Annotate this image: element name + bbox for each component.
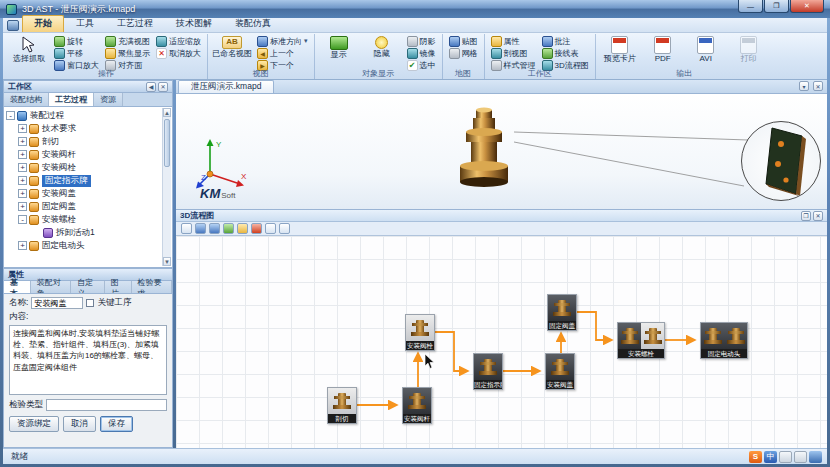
expander-icon[interactable]: + — [18, 202, 27, 211]
expander-icon[interactable]: + — [18, 189, 27, 198]
close-button[interactable]: ✕ — [790, 0, 824, 13]
maximize-button[interactable]: ❐ — [764, 0, 789, 13]
standard-orientation-button[interactable]: 标准方向▾ — [255, 35, 310, 47]
sogou-input-icon[interactable]: S — [749, 451, 762, 463]
key-process-checkbox[interactable] — [86, 299, 94, 307]
expander-icon[interactable]: - — [6, 111, 15, 120]
fit-zoom-button[interactable]: 适应缩放 — [154, 35, 203, 47]
expander-icon[interactable]: + — [18, 163, 27, 172]
tab-resources[interactable]: 资源 — [94, 93, 123, 106]
close-panel-icon[interactable]: ✕ — [158, 82, 168, 92]
wiring-table-button[interactable]: 接线表 — [540, 47, 591, 59]
annotation-button[interactable]: 批注 — [540, 35, 591, 47]
select-tool-icon[interactable] — [181, 223, 192, 234]
tree-item[interactable]: +技术要求 — [6, 122, 162, 135]
tree-item[interactable]: +剖切 — [6, 135, 162, 148]
previous-view-button[interactable]: ◀上一个 — [255, 47, 310, 59]
export-image-icon[interactable] — [237, 223, 248, 234]
scroll-down-icon[interactable]: ▼ — [163, 257, 171, 266]
pan-button[interactable]: 平移 — [52, 47, 101, 59]
collapse-panel-icon[interactable]: ◀ — [146, 82, 156, 92]
tab-process-tree[interactable]: 工艺过程 — [49, 93, 94, 106]
expander-icon[interactable]: + — [18, 241, 27, 250]
flowchart-node[interactable]: 固定电动头 — [700, 322, 748, 359]
select-grab-button[interactable]: 选择抓取 — [9, 35, 49, 64]
named-views-button[interactable]: AB 已命名视图 — [212, 35, 252, 59]
flowchart-node[interactable]: 安装阀栓 — [405, 314, 435, 351]
expander-icon[interactable]: + — [18, 137, 27, 146]
tree-item[interactable]: +固定阀盖 — [6, 200, 162, 213]
group-label-object-display: 对象显示 — [315, 68, 442, 79]
delete-node-icon[interactable] — [251, 223, 262, 234]
name-input[interactable] — [31, 297, 83, 309]
fill-view-button[interactable]: 充满视图 — [103, 35, 152, 47]
inspection-type-input[interactable] — [46, 399, 167, 411]
3d-viewport[interactable]: Y X Z KMSoft — [176, 94, 827, 210]
flowchart-node[interactable]: 固定阀盖 — [547, 294, 577, 331]
language-icon[interactable]: 中 — [764, 451, 777, 463]
flowchart-canvas[interactable]: 剖切 安装阀杆 安装阀栓 固定指示牌 安装阀盖 固定阀盖 安装螺栓 固定电动头 — [176, 236, 827, 448]
tab-technical-illustration[interactable]: 技术图解 — [165, 16, 223, 32]
expander-icon[interactable]: + — [18, 150, 27, 159]
keyboard-icon[interactable] — [779, 451, 792, 463]
focus-display-button[interactable]: 聚焦显示 — [103, 47, 152, 59]
valve-3d-model[interactable] — [452, 107, 516, 197]
close-flowchart-icon[interactable]: ✕ — [813, 211, 823, 221]
section-view-button[interactable]: 剖视图 — [489, 47, 538, 59]
flowchart-node[interactable]: 安装螺栓 — [617, 322, 665, 359]
flowchart-node[interactable]: 安装阀盖 — [545, 353, 575, 390]
tab-process[interactable]: 工艺过程 — [106, 16, 164, 32]
tab-assembly-simulation[interactable]: 装配仿真 — [224, 16, 282, 32]
flowchart-node[interactable]: 剖切 — [327, 387, 357, 424]
grid-button[interactable]: 网格 — [447, 47, 480, 59]
scroll-up-icon[interactable]: ▲ — [163, 108, 171, 117]
tab-tools[interactable]: 工具 — [65, 16, 105, 32]
preview-card-button[interactable]: 预览卡片 — [600, 35, 640, 64]
minimize-button[interactable]: — — [738, 0, 763, 13]
expander-icon[interactable]: + — [18, 124, 27, 133]
expander-icon[interactable]: - — [18, 215, 27, 224]
zoom-in-icon[interactable] — [195, 223, 206, 234]
document-tab[interactable]: 泄压阀演示.kmapd — [178, 80, 274, 93]
content-textarea[interactable]: 连接阀盖和阀体时,安装填料垫适当铺好螺栓、垫紧、指针组件、填料压(3)、加紧填料… — [9, 325, 167, 395]
tree-item-selected[interactable]: +固定指示牌 — [6, 174, 162, 187]
cancel-button[interactable]: 取消 — [63, 416, 96, 432]
pan-tool-icon[interactable] — [265, 223, 276, 234]
pdf-button[interactable]: PDF — [643, 35, 683, 64]
close-document-icon[interactable]: ✕ — [813, 81, 823, 91]
tab-list-icon[interactable]: ▾ — [799, 81, 809, 91]
hide-button[interactable]: 隐藏 — [362, 35, 402, 59]
toolbox-icon[interactable] — [794, 451, 807, 463]
expander-icon[interactable]: + — [18, 176, 27, 185]
print-button[interactable]: 打印 — [729, 35, 769, 64]
scrollbar-thumb[interactable] — [164, 119, 170, 167]
properties-button[interactable]: 属性 — [489, 35, 538, 47]
tree-item[interactable]: +安装阀盖 — [6, 187, 162, 200]
mirror-button[interactable]: 镜像 — [405, 47, 438, 59]
restore-panel-icon[interactable]: ❐ — [801, 211, 811, 221]
fit-view-icon[interactable] — [223, 223, 234, 234]
resource-bind-button[interactable]: 资源绑定 — [9, 416, 59, 432]
shadow-button[interactable]: 阴影 — [405, 35, 438, 47]
save-button[interactable]: 保存 — [100, 416, 133, 432]
app-menu-icon[interactable] — [7, 20, 19, 31]
tree-scrollbar[interactable]: ▲ ▼ — [162, 108, 171, 266]
flowchart-node[interactable]: 固定指示牌 — [473, 353, 503, 390]
tree-item[interactable]: +固定电动头 — [6, 239, 162, 252]
tab-start[interactable]: 开始 — [22, 15, 64, 32]
tab-assembly-structure[interactable]: 装配结构 — [4, 93, 49, 106]
cancel-zoom-button[interactable]: ✕取消放大 — [154, 47, 203, 59]
rotate-button[interactable]: 旋转 — [52, 35, 101, 47]
tree-item[interactable]: -安装螺栓 — [6, 213, 162, 226]
tree-item[interactable]: 拆卸活动1 — [6, 226, 162, 239]
tree-item[interactable]: +安装阀杆 — [6, 148, 162, 161]
thumbnail-map-button[interactable]: 贴图 — [447, 35, 480, 47]
flowchart-node[interactable]: 安装阀杆 — [402, 387, 432, 424]
tree-item[interactable]: +安装阀栓 — [6, 161, 162, 174]
show-button[interactable]: 显示 — [319, 35, 359, 60]
lock-icon[interactable] — [279, 223, 290, 234]
settings-wrench-icon[interactable] — [809, 451, 822, 463]
tree-item[interactable]: -装配过程 — [6, 109, 162, 122]
zoom-out-icon[interactable] — [209, 223, 220, 234]
avi-button[interactable]: AVI — [686, 35, 726, 64]
